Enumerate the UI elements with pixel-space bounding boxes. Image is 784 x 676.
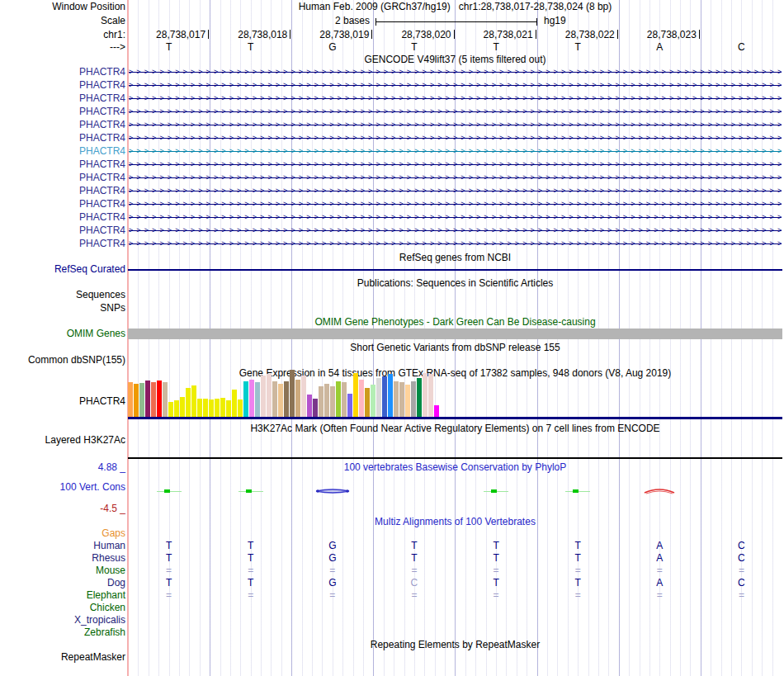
gtex-bar[interactable] — [238, 399, 243, 417]
gencode-transcript-label[interactable]: PHACTR4 — [0, 132, 125, 144]
gtex-bar[interactable] — [376, 378, 381, 417]
gtex-bar[interactable] — [301, 376, 306, 417]
gtex-bar[interactable] — [336, 381, 341, 417]
gtex-bar[interactable] — [411, 381, 416, 417]
gtex-gene-label[interactable]: PHACTR4 — [0, 395, 125, 407]
multiz-species-label[interactable]: Elephant — [0, 589, 125, 601]
gtex-bar[interactable] — [191, 385, 196, 417]
gtex-bar[interactable] — [145, 381, 150, 417]
gtex-bar[interactable] — [295, 380, 300, 417]
gtex-bar[interactable] — [168, 402, 173, 417]
gtex-bar[interactable] — [174, 400, 179, 417]
gtex-bar[interactable] — [255, 382, 260, 417]
multiz-species-label[interactable]: Mouse — [0, 565, 125, 576]
gtex-bar[interactable] — [151, 382, 156, 417]
gtex-bar[interactable] — [209, 399, 214, 417]
gtex-bar[interactable] — [353, 373, 358, 417]
layered-h3k27ac-label[interactable]: Layered H3K27Ac — [0, 434, 125, 446]
gencode-transcript-row[interactable]: >>>>>>>>>>>>>>>>>>>>>>>>>>>>>>>>>>>>>>>>… — [129, 186, 782, 196]
gtex-bar[interactable] — [220, 398, 225, 417]
gencode-transcript-label[interactable]: PHACTR4 — [0, 158, 125, 170]
gencode-transcript-label[interactable]: PHACTR4 — [0, 185, 125, 196]
gencode-transcript-row[interactable]: >>>>>>>>>>>>>>>>>>>>>>>>>>>>>>>>>>>>>>>>… — [129, 225, 782, 235]
multiz-species-label[interactable]: Chicken — [0, 602, 125, 613]
multiz-species-label[interactable]: Dog — [0, 577, 125, 589]
conservation-label[interactable]: 100 Vert. Cons — [0, 481, 125, 493]
gencode-transcript-label[interactable]: PHACTR4 — [0, 238, 125, 249]
gencode-transcript-row[interactable]: >>>>>>>>>>>>>>>>>>>>>>>>>>>>>>>>>>>>>>>>… — [129, 120, 782, 130]
gtex-bar[interactable] — [324, 384, 329, 417]
gtex-bar[interactable] — [249, 380, 254, 417]
repeatmasker-label[interactable]: RepeatMasker — [0, 651, 125, 663]
gtex-bar[interactable] — [284, 381, 289, 417]
gtex-bar[interactable] — [347, 394, 352, 417]
gtex-bar[interactable] — [226, 400, 231, 417]
common-dbsnp-label[interactable]: Common dbSNP(155) — [0, 354, 125, 366]
gtex-bar[interactable] — [382, 376, 387, 417]
gencode-transcript-row[interactable]: >>>>>>>>>>>>>>>>>>>>>>>>>>>>>>>>>>>>>>>>… — [129, 159, 782, 169]
gtex-bar[interactable] — [163, 382, 168, 417]
gencode-transcript-row[interactable]: >>>>>>>>>>>>>>>>>>>>>>>>>>>>>>>>>>>>>>>>… — [129, 199, 782, 209]
multiz-species-label[interactable]: Human — [0, 540, 125, 551]
gtex-bar[interactable] — [215, 399, 220, 417]
gtex-bar[interactable] — [157, 381, 162, 417]
gtex-bar[interactable] — [232, 390, 237, 417]
refseq-curated-label[interactable]: RefSeq Curated — [0, 263, 125, 275]
gtex-bar[interactable] — [405, 385, 410, 417]
gencode-transcript-row[interactable]: >>>>>>>>>>>>>>>>>>>>>>>>>>>>>>>>>>>>>>>>… — [129, 67, 782, 77]
multiz-species-label[interactable]: Zebrafish — [0, 626, 125, 638]
gencode-transcript-row[interactable]: >>>>>>>>>>>>>>>>>>>>>>>>>>>>>>>>>>>>>>>>… — [129, 146, 782, 156]
gencode-transcript-label[interactable]: PHACTR4 — [0, 225, 125, 236]
gtex-bar[interactable] — [394, 381, 399, 417]
gtex-bar[interactable] — [330, 386, 335, 417]
gtex-bar[interactable] — [278, 384, 283, 417]
snps-label[interactable]: SNPs — [0, 302, 125, 314]
gencode-transcript-row[interactable]: >>>>>>>>>>>>>>>>>>>>>>>>>>>>>>>>>>>>>>>>… — [129, 173, 782, 182]
gtex-bar[interactable] — [134, 384, 139, 417]
gencode-transcript-label[interactable]: PHACTR4 — [0, 119, 125, 130]
gtex-bar[interactable] — [313, 399, 318, 417]
gtex-bar[interactable] — [388, 374, 393, 417]
gencode-transcript-row[interactable]: >>>>>>>>>>>>>>>>>>>>>>>>>>>>>>>>>>>>>>>>… — [129, 80, 782, 90]
gencode-transcript-row[interactable]: >>>>>>>>>>>>>>>>>>>>>>>>>>>>>>>>>>>>>>>>… — [129, 106, 782, 116]
omim-gene-bar[interactable] — [128, 329, 782, 339]
omim-genes-label[interactable]: OMIM Genes — [0, 328, 125, 339]
gencode-transcript-row[interactable]: >>>>>>>>>>>>>>>>>>>>>>>>>>>>>>>>>>>>>>>>… — [129, 133, 782, 143]
gtex-bar[interactable] — [319, 386, 324, 417]
gencode-transcript-label[interactable]: PHACTR4 — [0, 211, 125, 223]
gencode-transcript-row[interactable]: >>>>>>>>>>>>>>>>>>>>>>>>>>>>>>>>>>>>>>>>… — [129, 239, 782, 248]
gtex-bar[interactable] — [365, 388, 370, 417]
gtex-bar[interactable] — [399, 382, 404, 417]
gencode-transcript-label[interactable]: PHACTR4 — [0, 172, 125, 183]
gtex-bar[interactable] — [128, 382, 133, 417]
gtex-bar[interactable] — [139, 383, 144, 417]
gtex-bar[interactable] — [417, 378, 422, 417]
gencode-transcript-row[interactable]: >>>>>>>>>>>>>>>>>>>>>>>>>>>>>>>>>>>>>>>>… — [129, 93, 782, 103]
gtex-bar[interactable] — [434, 405, 439, 417]
multiz-species-label[interactable]: X_tropicalis — [0, 614, 125, 626]
gaps-label[interactable]: Gaps — [0, 527, 125, 539]
gtex-bar[interactable] — [267, 374, 272, 417]
gtex-bar[interactable] — [371, 385, 375, 417]
refseq-gene-line[interactable] — [128, 269, 782, 271]
gtex-bar[interactable] — [197, 399, 202, 417]
gtex-bar[interactable] — [423, 373, 427, 417]
gtex-bar[interactable] — [272, 381, 277, 417]
gtex-bar[interactable] — [307, 395, 312, 417]
multiz-species-label[interactable]: Rhesus — [0, 552, 125, 564]
gtex-bar[interactable] — [290, 370, 295, 417]
gencode-transcript-label[interactable]: PHACTR4 — [0, 106, 125, 117]
gtex-bar[interactable] — [203, 399, 208, 417]
gencode-transcript-label[interactable]: PHACTR4 — [0, 92, 125, 104]
gencode-transcript-row[interactable]: >>>>>>>>>>>>>>>>>>>>>>>>>>>>>>>>>>>>>>>>… — [129, 212, 782, 222]
gencode-transcript-label[interactable]: PHACTR4 — [0, 79, 125, 91]
gencode-transcript-label[interactable]: PHACTR4 — [0, 145, 125, 157]
gtex-bar[interactable] — [243, 381, 248, 417]
gencode-transcript-label[interactable]: PHACTR4 — [0, 66, 125, 78]
sequences-label[interactable]: Sequences — [0, 289, 125, 300]
gtex-bar[interactable] — [359, 380, 364, 417]
gtex-bar[interactable] — [428, 374, 433, 417]
gtex-bar[interactable] — [180, 397, 185, 417]
gencode-transcript-label[interactable]: PHACTR4 — [0, 198, 125, 210]
gtex-bar[interactable] — [186, 388, 191, 417]
